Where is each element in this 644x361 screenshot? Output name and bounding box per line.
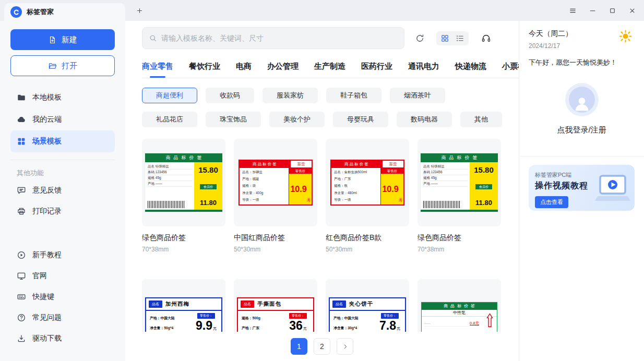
sidebar-feature-nav: 意见反馈打印记录 [10,180,115,222]
sidebar-item-label: 意见反馈 [32,186,62,195]
printer-icon [17,207,26,216]
sidebar-section-title: 其他功能 [17,169,115,178]
category-tab-4[interactable]: 生产制造 [314,55,345,78]
sidebar-help-item-4[interactable]: 驱动下载 [10,328,115,349]
pagination: 12 [125,332,519,361]
search-icon [149,34,157,42]
category-tab-0[interactable]: 商业零售 [142,55,173,78]
search-input[interactable] [161,34,398,42]
laptop-play-icon [594,174,631,204]
category-tab-8[interactable]: 小票模板 [502,55,519,78]
minimize-icon [589,7,597,15]
subcategory-chip-1-2[interactable]: 美妆个护 [269,112,325,127]
search-box[interactable] [142,27,404,49]
greeting-text: 下午好，愿您一天愉悦美妙！ [529,58,635,67]
sidebar-help-item-2[interactable]: 快捷键 [10,286,115,307]
label-preview-red: 商品标价签 百货 品名：加碘盐产地：福建规格：袋净含量：400g等级：一级 零售… [238,160,313,206]
sidebar-help-item-1[interactable]: 官网 [10,266,115,286]
category-tab-7[interactable]: 快递物流 [455,55,486,78]
app-tab[interactable]: 标签管家 [4,3,125,21]
app-tab-title: 标签管家 [27,7,54,17]
login-area[interactable]: 点我登录/注册 [529,83,635,135]
panel-divider [519,156,644,157]
main-content: 商业零售餐饮行业电商办公管理生产制造医药行业通讯电力快递物流小票模板 商超便利收… [125,21,519,361]
next-page-button[interactable] [337,338,353,355]
sidebar-feature-item-1[interactable]: 打印记录 [10,201,115,222]
subcategory-chip-0-2[interactable]: 服装家纺 [263,88,318,103]
sidebar-item-label: 驱动下载 [32,334,62,343]
new-button[interactable]: 新建 [10,29,115,50]
chip-row-0: 商超便利收款码服装家纺鞋子箱包烟酒茶叶 [142,88,519,103]
sidebar-item-2[interactable]: 场景模板 [10,130,115,152]
open-button[interactable]: 打开 [10,55,115,76]
template-card-1[interactable]: 商品标价签 百货 品名：加碘盐产地：福建规格：袋净含量：400g等级：一级 零售… [234,139,317,253]
sidebar-divider [10,160,115,160]
label-preview-green: 商品标价签 品名 特级精盐条码 123456规格 45g产地 —— 15.80 … [421,153,498,212]
minimize-button[interactable] [582,0,602,21]
subcategory-chip-0-4[interactable]: 烟酒茶叶 [390,88,445,103]
refresh-icon[interactable] [415,33,425,43]
tutorial-icon [17,250,26,260]
close-button[interactable] [622,0,642,21]
maximize-button[interactable] [602,0,622,21]
chip-row-1: 礼品花店珠宝饰品美妆个护母婴玩具数码电器其他 [142,112,519,127]
template-preview: 商品标价签 百货 品名：加碘盐产地：福建规格：袋净含量：400g等级：一级 零售… [234,139,317,226]
subcategory-chip-1-0[interactable]: 礼品花店 [142,112,197,127]
barcode [423,201,461,208]
sidebar-help-item-0[interactable]: 新手教程 [10,245,115,266]
subcategory-chip-1-1[interactable]: 珠宝饰品 [206,112,261,127]
local-templates-icon [17,93,26,102]
sidebar-main-nav: 本地模板我的云端场景模板 [10,87,115,152]
sidebar-item-1[interactable]: 我的云端 [10,109,115,130]
sidebar-help-item-3[interactable]: 常见问题 [10,307,115,328]
subcategory-chip-1-4[interactable]: 数码电器 [397,112,452,127]
sidebar-help-nav: 新手教程官网快捷键常见问题驱动下载 [10,245,115,349]
app-logo-icon [10,6,22,18]
template-preview: 商品标价签 品名 特级精盐条码 123456规格 45g产地 —— 15.80 … [142,139,225,226]
new-tab-button[interactable] [133,4,146,17]
page-button-1[interactable]: 1 [291,338,307,355]
maximize-icon [609,7,616,15]
menu-button[interactable] [563,0,582,21]
template-card-2[interactable]: 商品标价签 百货 品名：金标生抽500ml产地：广东规格：瓶净含量：480ml等… [326,139,409,253]
banner-view-button[interactable]: 点击查看 [535,196,568,208]
subcategory-chip-0-0[interactable]: 商超便利 [142,88,197,103]
app-window: 标签管家 新建 打开 本地模板我的云端场景模板 其他功能 意见反馈打印记录 新手… [0,0,644,361]
page-button-2[interactable]: 2 [314,338,330,355]
category-tab-6[interactable]: 通讯电力 [408,55,439,78]
category-tab-2[interactable]: 电商 [236,55,252,78]
sidebar-item-label: 官网 [32,271,47,281]
sidebar-item-label: 新手教程 [32,250,62,260]
template-name: 中国红商品价签 [234,233,317,242]
window-controls [563,0,642,21]
subcategory-chip-1-5[interactable]: 其他 [460,112,502,127]
template-size: 70*38mm [142,246,225,253]
category-tab-3[interactable]: 办公管理 [267,55,299,78]
sidebar: 新建 打开 本地模板我的云端场景模板 其他功能 意见反馈打印记录 新手教程官网快… [0,21,125,361]
sidebar-item-0[interactable]: 本地模板 [10,87,115,109]
label-preview-red: 商品标价签 百货 品名：金标生抽500ml产地：广东规格：瓶净含量：480ml等… [330,160,404,206]
subcategory-chip-0-1[interactable]: 收款码 [206,88,254,103]
grid-view-icon[interactable] [440,34,449,43]
sidebar-feature-item-0[interactable]: 意见反馈 [10,180,115,201]
arrow-up-icon [486,313,493,328]
category-tab-5[interactable]: 医药行业 [361,55,392,78]
menu-icon [569,7,577,15]
subcategory-chip-0-3[interactable]: 鞋子箱包 [326,88,381,103]
support-headset-icon[interactable] [481,33,491,43]
sidebar-item-label: 本地模板 [32,93,62,102]
tutorial-banner[interactable]: 标签管家PC端 操作视频教程 点击查看 [529,165,635,211]
date-value: 2024/12/17 [529,42,573,50]
keyboard-icon [17,292,26,302]
subcategory-chips: 商超便利收款码服装家纺鞋子箱包烟酒茶叶礼品花店珠宝饰品美妆个护母婴玩具数码电器其… [142,88,519,127]
avatar[interactable] [565,83,599,116]
open-button-label: 打开 [62,61,77,71]
template-card-0[interactable]: 商品标价签 品名 特级精盐条码 123456规格 45g产地 —— 15.80 … [142,139,225,253]
template-card-3[interactable]: 商品标价签 品名 特级精盐条码 123456规格 45g产地 —— 15.80 … [418,139,501,253]
open-folder-icon [48,62,57,70]
laptop-illustration [594,174,631,204]
subcategory-chip-1-3[interactable]: 母婴玩具 [333,112,388,127]
person-icon [573,94,591,113]
list-view-icon[interactable] [456,34,464,43]
category-tab-1[interactable]: 餐饮行业 [189,55,220,78]
